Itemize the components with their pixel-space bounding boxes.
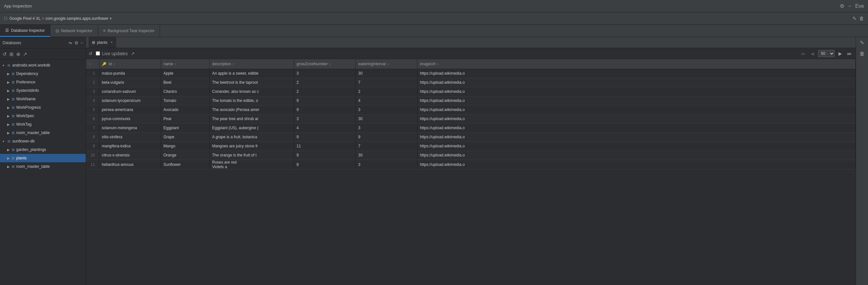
tab-background-task-inspector[interactable]: ≡ Background Task Inspector bbox=[98, 25, 160, 37]
table-item-workname[interactable]: ▶ ⊞ WorkName bbox=[0, 95, 86, 103]
cell-name[interactable]: Tomato bbox=[161, 96, 209, 105]
tab-database-inspector[interactable]: ☰ Database Inspector bbox=[0, 25, 50, 37]
cell-growzone[interactable]: 9 bbox=[294, 132, 355, 141]
cell-growzone[interactable]: 3 bbox=[294, 69, 355, 78]
export-table-icon[interactable]: ↗ bbox=[131, 51, 135, 56]
cell-growzone[interactable]: 8 bbox=[294, 160, 355, 169]
table-item-preference[interactable]: ▶ ⊞ Preference bbox=[0, 78, 86, 86]
cell-id[interactable]: vitis-vinifera bbox=[99, 132, 161, 141]
cell-growzone[interactable]: 3 bbox=[294, 114, 355, 123]
table-row[interactable]: 6 pyrus-communis Pear The pear tree and … bbox=[86, 114, 856, 123]
cell-id[interactable]: helianthus-annuus bbox=[99, 160, 161, 169]
cell-watering[interactable]: 30 bbox=[355, 114, 417, 123]
cell-watering[interactable]: 3 bbox=[355, 123, 417, 132]
cell-watering[interactable]: 4 bbox=[355, 96, 417, 105]
cell-growzone[interactable]: 9 bbox=[294, 151, 355, 160]
cell-watering[interactable]: 3 bbox=[355, 160, 417, 169]
cell-imageurl[interactable]: https://upload.wikimedia.o bbox=[417, 78, 856, 87]
table-item-room-master-workdb[interactable]: ▶ ⊞ room_master_table bbox=[0, 129, 86, 137]
table-row[interactable]: 5 persea-americana Avocado The avocado (… bbox=[86, 105, 856, 114]
cell-description[interactable]: A grape is a fruit, botanica bbox=[209, 132, 294, 141]
cell-description[interactable]: The beetroot is the taproot bbox=[209, 78, 294, 87]
cell-name[interactable]: Orange bbox=[161, 151, 209, 160]
cell-imageurl[interactable]: https://upload.wikimedia.o bbox=[417, 114, 856, 123]
table-row[interactable]: 3 coriandrum-sativum Cilantro Coriander,… bbox=[86, 87, 856, 96]
cell-watering[interactable]: 7 bbox=[355, 78, 417, 87]
cell-growzone[interactable]: 11 bbox=[294, 141, 355, 151]
cell-growzone[interactable]: 2 bbox=[294, 78, 355, 87]
cell-watering[interactable]: 2 bbox=[355, 87, 417, 96]
col-header-growzone[interactable]: growZoneNumber bbox=[294, 59, 355, 69]
cell-imageurl[interactable]: https://upload.wikimedia.o bbox=[417, 87, 856, 96]
cell-id[interactable]: persea-americana bbox=[99, 105, 161, 114]
table-item-dependency[interactable]: ▶ ⊞ Dependency bbox=[0, 69, 86, 78]
db-item-workdb[interactable]: ▾ ≋ androidx.work.workdb bbox=[0, 61, 86, 69]
nav-last-button[interactable]: ⏭ bbox=[846, 50, 853, 57]
cell-id[interactable]: solanum-lycopersicum bbox=[99, 96, 161, 105]
plants-tab-close[interactable]: × bbox=[111, 40, 113, 44]
cell-imageurl[interactable]: https://upload.wikimedia.o bbox=[417, 69, 856, 78]
cell-description[interactable]: The pear tree and shrub ar bbox=[209, 114, 294, 123]
table-item-garden-plantings[interactable]: ▶ ⊞ garden_plantings bbox=[0, 146, 86, 154]
right-panel-icon-1[interactable]: ✎ bbox=[860, 40, 864, 46]
cell-imageurl[interactable]: https://upload.wikimedia.o bbox=[417, 123, 856, 132]
cell-id[interactable]: solanum-melongena bbox=[99, 123, 161, 132]
cell-imageurl[interactable]: https://upload.wikimedia.o bbox=[417, 105, 856, 114]
cell-name[interactable]: Eggplant bbox=[161, 123, 209, 132]
cell-id[interactable]: citrus-x-sinensis bbox=[99, 151, 161, 160]
sidebar-collapse-icon[interactable]: − bbox=[81, 40, 83, 45]
minimize-icon[interactable]: − bbox=[848, 3, 851, 9]
refresh-table-icon[interactable]: ↺ bbox=[89, 51, 93, 56]
cell-name[interactable]: Sunflower bbox=[161, 160, 209, 169]
cell-name[interactable]: Mango bbox=[161, 141, 209, 151]
table-item-workspec[interactable]: ▶ ⊞ WorkSpec bbox=[0, 112, 86, 120]
device-name[interactable]: Google Pixel 4 XL bbox=[9, 16, 40, 21]
filter-icon[interactable]: ⇋ bbox=[68, 40, 72, 45]
edit-icon[interactable]: ✎ bbox=[852, 15, 857, 22]
cell-description[interactable]: Mangoes are juicy stone fr bbox=[209, 141, 294, 151]
cell-description[interactable]: The orange is the fruit of t bbox=[209, 151, 294, 160]
cell-watering[interactable]: 30 bbox=[355, 151, 417, 160]
table-item-plants[interactable]: ▶ ⊞ plants bbox=[0, 154, 86, 162]
cell-growzone[interactable]: 9 bbox=[294, 105, 355, 114]
col-header-id[interactable]: 🔑 id bbox=[99, 59, 161, 69]
cell-imageurl[interactable]: https://upload.wikimedia.o bbox=[417, 151, 856, 160]
table-row[interactable]: 4 solanum-lycopersicum Tomato The tomato… bbox=[86, 96, 856, 105]
cell-imageurl[interactable]: https://upload.wikimedia.o bbox=[417, 141, 856, 151]
cell-imageurl[interactable]: https://upload.wikimedia.o bbox=[417, 96, 856, 105]
cell-description[interactable]: Eggplant (US), aubergine ( bbox=[209, 123, 294, 132]
cell-id[interactable]: beta-vulgaris bbox=[99, 78, 161, 87]
cell-id[interactable]: malus-pumila bbox=[99, 69, 161, 78]
table-item-workprogress[interactable]: ▶ ⊞ WorkProgress bbox=[0, 103, 86, 112]
cell-growzone[interactable]: 9 bbox=[294, 96, 355, 105]
col-header-watering[interactable]: wateringInterval bbox=[355, 59, 417, 69]
col-header-imageurl[interactable]: imageUrl bbox=[417, 59, 856, 69]
cell-watering[interactable]: 9 bbox=[355, 132, 417, 141]
cell-growzone[interactable]: 2 bbox=[294, 87, 355, 96]
settings-icon[interactable]: ⚙ bbox=[840, 3, 844, 9]
cell-name[interactable]: Beet bbox=[161, 78, 209, 87]
app-package[interactable]: com.google.samples.apps.sunflower bbox=[45, 16, 108, 21]
delete-icon[interactable]: 🗑 bbox=[859, 15, 864, 22]
cell-watering[interactable]: 7 bbox=[355, 141, 417, 151]
cell-id[interactable]: coriandrum-sativum bbox=[99, 87, 161, 96]
cell-description[interactable]: The tomato is the edible, o bbox=[209, 96, 294, 105]
cell-name[interactable]: Cilantro bbox=[161, 87, 209, 96]
cell-watering[interactable]: 3 bbox=[355, 105, 417, 114]
right-panel-icon-2[interactable]: 🗑 bbox=[860, 51, 865, 57]
cell-description[interactable]: The avocado (Persea amer bbox=[209, 105, 294, 114]
table-row[interactable]: 2 beta-vulgaris Beet The beetroot is the… bbox=[86, 78, 856, 87]
table-row[interactable]: 1 malus-pumila Apple An apple is a sweet… bbox=[86, 69, 856, 78]
table-row[interactable]: 11 helianthus-annuus Sunflower Roses are… bbox=[86, 160, 856, 169]
app-dropdown-arrow[interactable]: ▾ bbox=[110, 16, 112, 21]
live-updates-checkbox[interactable] bbox=[96, 51, 100, 56]
cell-description[interactable]: An apple is a sweet, edible bbox=[209, 69, 294, 78]
export-sidebar-icon[interactable]: ↗ bbox=[23, 51, 27, 57]
cell-id[interactable]: mangifera-indica bbox=[99, 141, 161, 151]
cell-name[interactable]: Avocado bbox=[161, 105, 209, 114]
table-row[interactable]: 7 solanum-melongena Eggplant Eggplant (U… bbox=[86, 123, 856, 132]
cell-name[interactable]: Grape bbox=[161, 132, 209, 141]
table-row[interactable]: 10 citrus-x-sinensis Orange The orange i… bbox=[86, 151, 856, 160]
cell-id[interactable]: pyrus-communis bbox=[99, 114, 161, 123]
table-item-systemidinfo[interactable]: ▶ ⊞ SystemIdInfo bbox=[0, 86, 86, 95]
